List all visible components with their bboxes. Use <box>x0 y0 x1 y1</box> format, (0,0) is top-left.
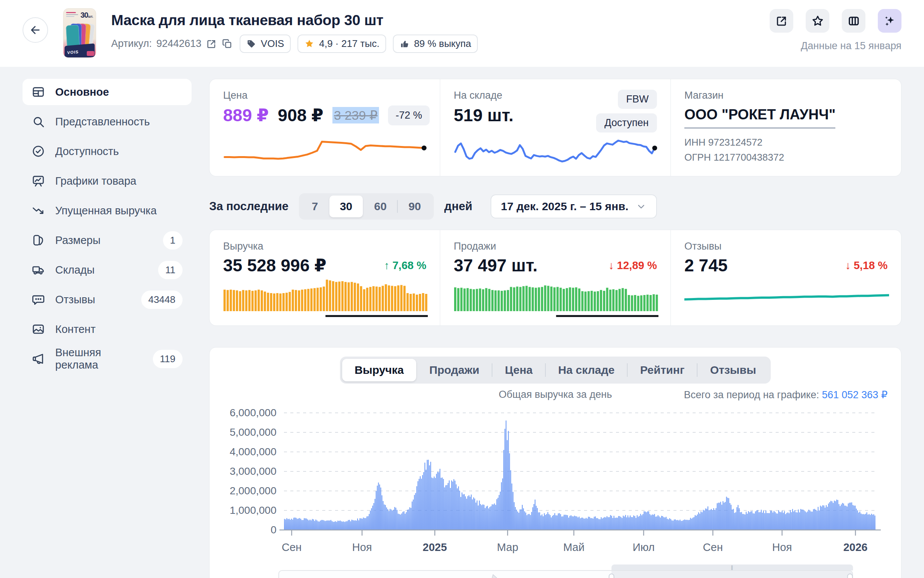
info-cards-row: Цена 889 ₽ 908 ₽ 3 239 ₽ -72 % На складе… <box>209 79 901 176</box>
x-tick-label: Ноя <box>772 541 792 553</box>
article-number: Артикул: 92442613 <box>111 38 233 50</box>
thumb-decor <box>66 16 74 17</box>
sidebar-badge-reviews: 43448 <box>141 291 182 309</box>
tab-price[interactable]: Цена <box>493 359 545 382</box>
thumb-up-icon <box>400 39 410 49</box>
fbw-badge: FBW <box>618 90 657 109</box>
brand-badge[interactable]: VOIS <box>240 34 291 53</box>
brush-track[interactable] <box>278 570 853 578</box>
truck-icon <box>31 263 45 277</box>
favorite-button[interactable] <box>806 9 830 32</box>
y-tick-label: 4,000,000 <box>229 446 277 458</box>
tag-icon <box>246 39 256 49</box>
price-card-label: Цена <box>223 90 426 101</box>
x-tick-label: Сен <box>282 541 302 553</box>
image-icon <box>31 322 45 336</box>
brush-left-handle[interactable] <box>609 573 615 578</box>
sidebar-item-label: Представленность <box>55 115 150 128</box>
tab-reviews[interactable]: Отзывы <box>698 359 768 382</box>
delta-up-icon: ↑ <box>384 259 389 272</box>
chart-tabs: Выручка Продажи Цена На складе Рейтинг О… <box>340 357 771 383</box>
chart-board-icon <box>31 174 45 188</box>
brand-badge-label: VOIS <box>261 38 284 50</box>
tab-sales[interactable]: Продажи <box>417 359 492 382</box>
back-button[interactable] <box>23 17 48 43</box>
sidebar-item-warehouses[interactable]: Склады 11 <box>23 257 192 283</box>
columns-button[interactable] <box>842 9 865 32</box>
rating-badge[interactable]: 4,9 · 217 тыс. <box>298 34 386 53</box>
sidebar-item-product-charts[interactable]: Графики товара <box>23 168 192 194</box>
sidebar-item-presence[interactable]: Представленность <box>23 109 192 135</box>
reviews-mini-chart <box>684 278 888 319</box>
revenue-metric-card: Выручка 35 528 996 ₽ ↑7,68 % <box>210 230 440 325</box>
shop-card-label: Магазин <box>684 90 888 101</box>
sidebar-item-lost-revenue[interactable]: Упущенная выручка <box>23 197 192 224</box>
sidebar-item-content[interactable]: Контент <box>23 316 192 342</box>
date-range-dropdown[interactable]: 17 дек. 2025 г. – 15 янв. <box>491 195 657 218</box>
sidebar-item-label: Внешняя реклама <box>55 346 143 371</box>
revenue-daily-bar-chart[interactable]: 01,000,0002,000,0003,000,0004,000,0005,0… <box>223 404 889 562</box>
y-tick-label: 2,000,000 <box>229 485 277 497</box>
delta-down-icon: ↓ <box>845 259 851 272</box>
period-prefix-label: За последние <box>209 200 288 213</box>
x-tick-label: 2025 <box>423 541 447 553</box>
sidebar-item-label: Основное <box>55 86 109 98</box>
chevron-down-icon <box>636 201 646 212</box>
sidebar-item-label: Графики товара <box>55 175 137 187</box>
header: 30шт. VOIS Маска для лица тканевая набор… <box>0 0 924 67</box>
shop-ogrn: ОГРН 1217700438372 <box>684 150 888 165</box>
period-segmented-control: 7 30 60 90 <box>299 193 434 219</box>
copy-icon[interactable] <box>221 38 233 50</box>
sidebar-badge-external-ads: 119 <box>153 350 182 368</box>
sidebar-item-label: Доступность <box>55 145 119 157</box>
tab-stock[interactable]: На складе <box>546 359 627 382</box>
y-tick-label: 3,000,000 <box>229 465 277 477</box>
brush-grip-handle[interactable]: ∥ <box>612 565 853 570</box>
article-value: 92442613 <box>156 38 201 50</box>
shop-inn: ИНН 9723124572 <box>684 135 888 150</box>
open-external-button[interactable] <box>769 9 793 32</box>
chart-brush[interactable]: ∥ <box>278 565 853 578</box>
period-option-60[interactable]: 60 <box>364 196 397 217</box>
revenue-label: Выручка <box>223 240 426 252</box>
sidebar-item-main[interactable]: Основное <box>23 79 192 105</box>
external-link-icon <box>775 15 788 28</box>
sidebar-item-sizes[interactable]: Размеры 1 <box>23 227 192 253</box>
tab-revenue[interactable]: Выручка <box>342 359 416 382</box>
period-option-30[interactable]: 30 <box>329 196 363 217</box>
delta-down-icon: ↓ <box>608 259 614 272</box>
thumb-decor <box>66 12 76 13</box>
reviews-delta: ↓5,18 % <box>845 259 888 272</box>
x-tick-label: Июл <box>633 541 655 553</box>
buyout-badge[interactable]: 89 % выкупа <box>393 34 478 53</box>
shop-name[interactable]: ООО "РОКЕТ ЛАУНЧ" <box>684 107 835 129</box>
price-card: Цена 889 ₽ 908 ₽ 3 239 ₽ -72 % <box>210 79 440 176</box>
buyout-badge-label: 89 % выкупа <box>414 38 471 50</box>
article-label: Артикул: <box>111 38 152 50</box>
check-circle-icon <box>31 144 45 158</box>
x-tick-label: Мар <box>497 541 518 553</box>
sales-value: 37 497 шт. <box>454 255 537 276</box>
sidebar: Основное Представленность Доступность Гр… <box>23 79 192 372</box>
star-outline-icon <box>811 15 824 28</box>
revenue-mini-chart <box>223 278 426 319</box>
period-option-7[interactable]: 7 <box>301 196 329 217</box>
sidebar-item-availability[interactable]: Доступность <box>23 138 192 164</box>
brush-right-handle[interactable] <box>848 573 853 578</box>
sidebar-item-external-ads[interactable]: Внешняя реклама 119 <box>23 346 192 372</box>
table-icon <box>31 85 45 99</box>
reviews-value: 2 745 <box>684 255 727 276</box>
period-selector-row: За последние 7 30 60 90 дней 17 дек. 202… <box>209 193 901 219</box>
period-option-90[interactable]: 90 <box>398 196 431 217</box>
x-tick-label: Ноя <box>352 541 372 553</box>
data-freshness-note: Данные на 15 января <box>801 40 901 52</box>
ai-assistant-button[interactable] <box>878 9 901 32</box>
sidebar-item-reviews[interactable]: Отзывы 43448 <box>23 286 192 313</box>
tab-rating[interactable]: Рейтинг <box>628 359 697 382</box>
x-tick-label: 2026 <box>843 541 868 553</box>
external-link-icon[interactable] <box>206 38 217 50</box>
sales-metric-card: Продажи 37 497 шт. ↓12,89 % <box>440 230 670 325</box>
chart-total-value[interactable]: 561 052 363 ₽ <box>822 389 888 401</box>
price-old: 3 239 ₽ <box>332 107 379 123</box>
product-image[interactable]: 30шт. VOIS <box>63 8 96 58</box>
